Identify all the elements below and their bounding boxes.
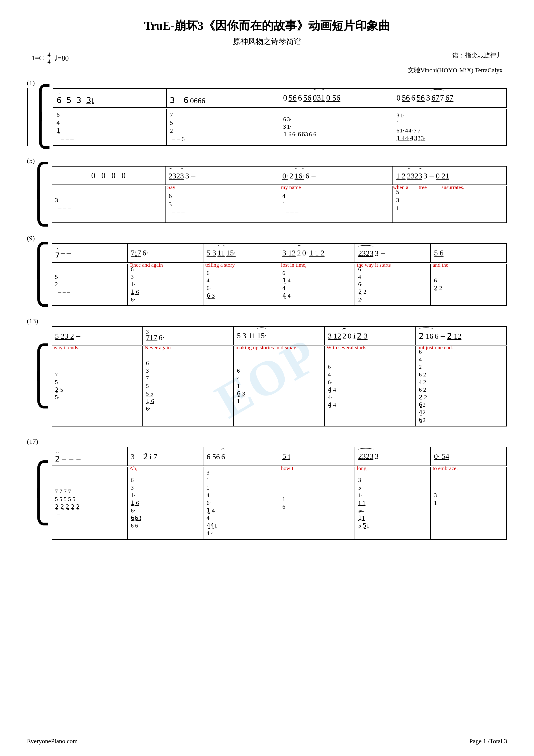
m17t-t: ⌢ 2̈ – – – — [55, 449, 124, 463]
lyric-long: long — [357, 465, 367, 472]
m17a-t: 2̈ 16 6 – 2̈ 12 — [419, 331, 503, 340]
footer-right: Page 1 /Total 3 — [470, 738, 507, 745]
lyric-once: Once and again — [129, 262, 163, 268]
m21b-b: 3 5 1· 1 1 5· 1̤1 5 5̤1 — [358, 476, 369, 529]
lyric-when-tree: when a tree susurrates. — [393, 184, 465, 190]
m22b-b: 3 1 — [434, 492, 438, 514]
lyric-never: Never again — [145, 344, 171, 351]
m5-t: 0 0 0 0 — [91, 171, 126, 180]
title-section: TruE-崩坏3《因你而在的故事》动画短片印象曲 原神风物之诗琴简谱 — [27, 18, 507, 47]
m3-t: 0 56 6 56 031 0 56 — [283, 93, 390, 103]
section-label-13: (13) — [27, 317, 507, 325]
section-9: (9) ⎧⎩ ·7̣ – – — [27, 234, 507, 306]
section-5: (5) ⎧⎩ 0 0 0 0 — [27, 157, 507, 223]
footer: EveryonePiano.com Page 1 /Total 3 — [27, 738, 507, 745]
lyric-andthe: and the — [433, 262, 448, 268]
footer-left: EveryonePiano.com — [27, 738, 78, 745]
m6-b: 6 3 – – – — [169, 192, 185, 216]
main-title: TruE-崩坏3《因你而在的故事》动画短片印象曲 — [27, 18, 507, 34]
m13a-t: 5 23 2 – — [55, 331, 139, 340]
m14a-t: 3 717 6· — [146, 330, 230, 342]
m16a-t: 3 12 2 0 i 2̈ 3 — [328, 331, 412, 340]
m19b-b: 3 1· 1 4 6· 1̤ 4 4· 4̤4̤1 4 4 — [207, 469, 217, 537]
m7-b: 4 1 – – – — [282, 192, 298, 216]
m11-b: 6 4 6· 6̤ 3 — [207, 269, 215, 300]
subtitle: 原神风物之诗琴简谱 — [27, 36, 507, 47]
m14c-b: 6 3 7 5· 5 5 1̤ 6 6· — [146, 359, 154, 413]
time-sig: 44 — [47, 51, 50, 65]
m12-b: 6 1̤ 4 4· 4̤ 4 — [282, 269, 291, 300]
lyric-say: Say — [167, 184, 175, 190]
lyric-butjust: but just one end. — [418, 344, 453, 351]
lyric-several: With several starts, — [326, 344, 368, 351]
m10-t: 7i7 6· — [131, 249, 200, 257]
section-13: (13) ⎧⎩ 5 23 2 – way it ends. — [27, 317, 507, 426]
m16c-b: 6 4 6· 4̤ 4 4· 4̤ 4 — [328, 363, 336, 409]
m4-b: 31· 1 6 1· — [396, 112, 425, 142]
m14-b: 6 2̤ 2 — [434, 277, 442, 292]
m6-t: 2323 3 – — [169, 171, 276, 180]
m13-t: 2323 3 – — [358, 248, 427, 258]
m2-b: 7 5 2 – – 6 — [170, 111, 185, 144]
lyric-theway: the way it starts — [357, 262, 391, 268]
m5-b: 3 – – – — [55, 196, 71, 213]
m10-b: 6 3 1· 1̤ 6 6· — [131, 265, 139, 304]
m13-b: 6 4 6· 2̤ 2 2· — [358, 265, 367, 304]
m12-t: 3 12 2 0· 1 1 2 — [282, 249, 351, 257]
m15a-t: 5 3 11 15· — [237, 332, 321, 340]
lyric-embrace: to embrace. — [433, 465, 458, 472]
m14-t: 5 6 — [434, 249, 503, 257]
section-label-5: (5) — [27, 157, 507, 165]
key-tempo: 1=C 44 ♩=80 — [31, 51, 69, 65]
arranger-info: 谱：指尖灬旋律丿 — [452, 51, 503, 60]
m4-t: 0 56 6 56 3 67 7 67 — [396, 93, 503, 103]
section-label-1: (1) — [27, 79, 507, 87]
m13c-b: 7 5 2̤ 5 5· — [55, 371, 63, 401]
key-sig: 1=C — [31, 54, 44, 62]
m21t-t: 2323 3 — [358, 452, 427, 461]
m8-t: 1 2 2323 3 – 0 21 — [396, 171, 503, 180]
lyric-wayends: way it ends. — [54, 344, 79, 351]
m7-t: 0· 2 16· 6 – — [282, 171, 389, 180]
section-17: (17) ⎧⎩ ⌢ 2̈ – – — [27, 438, 507, 540]
m20t-t: 5 i — [282, 452, 351, 461]
header-row: 1=C 44 ♩=80 谱：指尖灬旋律丿 — [27, 51, 507, 65]
m17c-b: 6 4 2 6 2 4 2 6 2 2̤ 2 6̤2 4̤2 6̤2 — [419, 348, 427, 424]
m1-t: ·6̇ ·5̇ ·3̇ 3̇i — [57, 91, 163, 105]
m11-t: 5 3 11 15· — [207, 249, 276, 257]
section-1: (1) ⎧⎩ ·6̇ ·5̇ — [27, 79, 507, 146]
tempo: ♩=80 — [54, 54, 69, 63]
m22t-t: 0· 54 — [434, 452, 503, 461]
m2-t: ·3̇ – ·6̇ 0666 — [170, 91, 276, 105]
section-label-17: (17) — [27, 438, 507, 446]
m8-b: 5 3 1 – – – — [396, 188, 412, 221]
page: EOP TruE-崩坏3《因你而在的故事》动画短片印象曲 原神风物之诗琴简谱 1… — [0, 0, 534, 756]
composer-info: 文驰Vinchi(HOYO-MiX) TetraCalyx — [27, 66, 507, 74]
m1-b: 6 4 ·1̤ – – – — [57, 111, 74, 144]
m15c-b: 6 4 1· 6̤ 3 1· — [237, 367, 245, 405]
lyric-ah: Ah, — [129, 465, 137, 472]
m20b-b: 1 6 — [282, 496, 285, 511]
lyric-telling: telling a story — [205, 262, 235, 268]
section-label-9: (9) — [27, 234, 507, 242]
m9-b: 5 2 – – – — [55, 273, 70, 296]
lyric-howi: how I — [281, 465, 293, 472]
lyric-lost: lost in time, — [281, 262, 307, 268]
m18t-t: 3 – 2̈ i 7 — [131, 452, 200, 461]
m19t-t: 6 56 6 – — [207, 452, 276, 461]
lyric-myname: my name — [281, 184, 301, 190]
music-content: (1) ⎧⎩ ·6̇ ·5̇ — [27, 79, 507, 540]
m3-b: 63· 31· 1̤ 66·6̤6̤36 6 — [283, 116, 317, 138]
lyric-making: making up stories in dismay. — [236, 344, 297, 351]
m17b-b: 7 7 7 7 5 5 5 5 5 2̤ 2̤ 2̤ 2̤ 2̤ – — [55, 488, 80, 518]
m18b-b: 6 3 1· 1̤ 6 6· 6̤6̤3 6 6 — [131, 476, 141, 529]
